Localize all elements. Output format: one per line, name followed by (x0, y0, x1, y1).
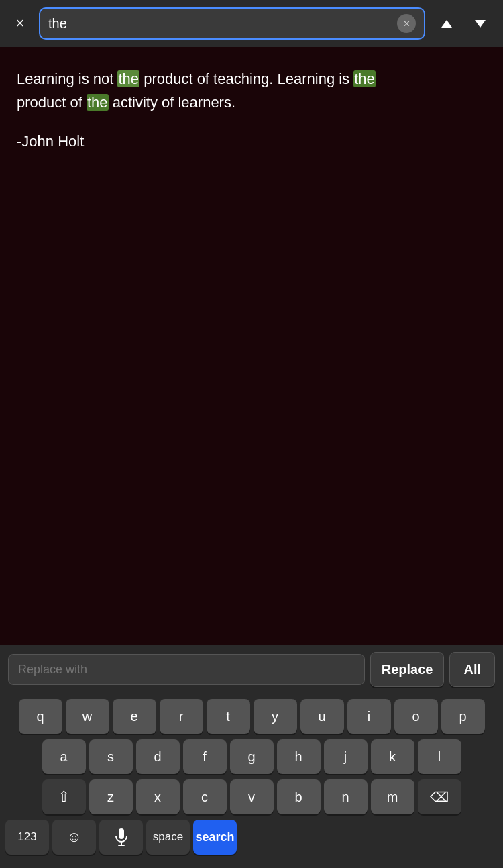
clear-button[interactable]: ✕ (397, 14, 416, 33)
highlight-match-3: the (87, 94, 109, 111)
chevron-down-icon (475, 20, 486, 28)
key-x[interactable]: x (136, 779, 180, 814)
nav-buttons (432, 9, 495, 38)
key-u[interactable]: u (300, 699, 344, 734)
replace-all-button[interactable]: All (449, 652, 495, 687)
key-o[interactable]: o (394, 699, 438, 734)
key-k[interactable]: k (371, 739, 414, 774)
text-segment-1: Learning is not (17, 70, 117, 87)
key-s[interactable]: s (89, 739, 133, 774)
chevron-up-icon (441, 20, 452, 28)
nav-down-button[interactable] (465, 9, 495, 38)
key-h[interactable]: h (277, 739, 321, 774)
highlight-match-1: the (117, 70, 139, 87)
keyboard: q w e r t y u i o p a s d f g h j k l ⇧ … (0, 694, 503, 868)
content-text: Learning is not the product of teaching.… (17, 67, 486, 114)
key-a[interactable]: a (42, 739, 86, 774)
keyboard-row-2: a s d f g h j k l (3, 739, 500, 774)
shift-key[interactable]: ⇧ (42, 779, 86, 814)
key-b[interactable]: b (277, 779, 321, 814)
replace-input[interactable] (8, 654, 365, 685)
key-p[interactable]: p (441, 699, 485, 734)
keyboard-row-1: q w e r t y u i o p (3, 699, 500, 734)
key-r[interactable]: r (160, 699, 203, 734)
text-segment-2: product of teaching. Learning is (139, 70, 353, 87)
key-c[interactable]: c (183, 779, 227, 814)
key-n[interactable]: n (324, 779, 368, 814)
key-e[interactable]: e (113, 699, 156, 734)
microphone-key[interactable] (99, 820, 143, 855)
key-m[interactable]: m (371, 779, 414, 814)
search-key[interactable]: search (193, 820, 237, 855)
key-v[interactable]: v (230, 779, 274, 814)
key-t[interactable]: t (207, 699, 250, 734)
emoji-key[interactable]: ☺ (52, 820, 96, 855)
search-input-wrapper: ✕ (39, 7, 425, 40)
key-q[interactable]: q (19, 699, 62, 734)
content-area: Learning is not the product of teaching.… (0, 47, 503, 645)
keyboard-row-3: ⇧ z x c v b n m ⌫ (3, 779, 500, 814)
key-f[interactable]: f (183, 739, 227, 774)
key-y[interactable]: y (254, 699, 297, 734)
svg-rect-0 (119, 828, 124, 839)
key-w[interactable]: w (66, 699, 109, 734)
text-segment-4: activity of learners. (109, 94, 236, 111)
numbers-key[interactable]: 123 (5, 820, 49, 855)
replace-bar: Replace All (0, 645, 503, 694)
nav-up-button[interactable] (432, 9, 461, 38)
key-g[interactable]: g (230, 739, 274, 774)
key-d[interactable]: d (136, 739, 180, 774)
key-z[interactable]: z (89, 779, 133, 814)
key-j[interactable]: j (324, 739, 368, 774)
search-input[interactable] (48, 16, 397, 32)
search-bar: × ✕ (0, 0, 503, 47)
key-l[interactable]: l (418, 739, 461, 774)
space-key[interactable]: space (146, 820, 190, 855)
highlight-match-2: the (353, 70, 376, 87)
text-segment-3: product of (17, 94, 87, 111)
keyboard-row-4: 123 ☺ space search (3, 820, 500, 855)
replace-button[interactable]: Replace (370, 652, 445, 687)
key-i[interactable]: i (347, 699, 391, 734)
backspace-key[interactable]: ⌫ (418, 779, 461, 814)
close-button[interactable]: × (8, 11, 32, 36)
quote-author: -John Holt (17, 133, 486, 150)
